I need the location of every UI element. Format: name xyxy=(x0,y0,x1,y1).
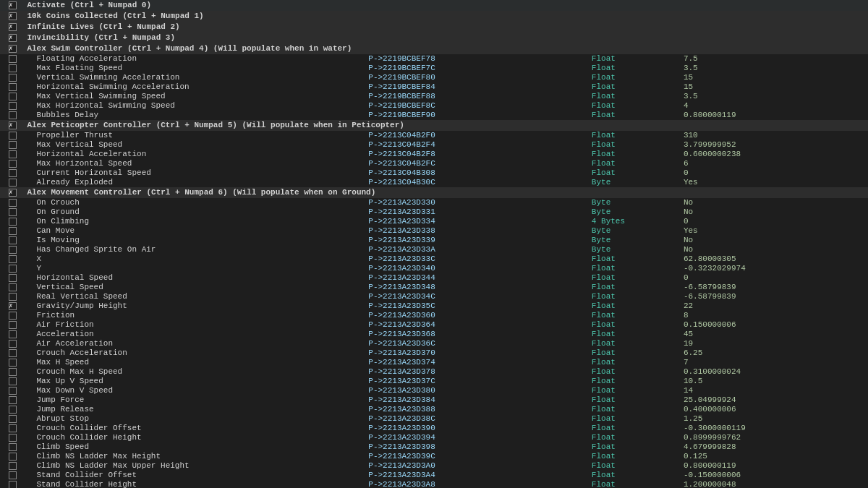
table-row[interactable]: Stand Collider Height P->2213A23D3A8 Flo… xyxy=(0,480,868,488)
checkbox-icon[interactable] xyxy=(9,64,17,72)
checkbox-icon[interactable] xyxy=(9,93,17,100)
table-row[interactable]: Max Horizontal Swimming Speed P->2219BCB… xyxy=(0,101,868,111)
table-row[interactable]: Climb NS Ladder Max Upper Height P->2213… xyxy=(0,461,868,471)
row-checkbox[interactable] xyxy=(0,178,25,187)
row-checkbox[interactable] xyxy=(0,198,25,207)
checkbox-icon[interactable] xyxy=(9,265,17,273)
checkbox-icon[interactable] xyxy=(9,141,17,149)
row-checkbox[interactable] xyxy=(0,120,25,131)
table-row[interactable]: Stand Collider Offset P->2213A23D3A4 Flo… xyxy=(0,471,868,480)
checkbox-icon[interactable] xyxy=(9,462,17,470)
row-checkbox[interactable] xyxy=(0,111,25,120)
row-checkbox[interactable] xyxy=(0,348,25,358)
table-row[interactable]: Crouch Collider Offset P->2213A23D390 Fl… xyxy=(0,424,868,433)
row-checkbox[interactable] xyxy=(0,207,25,217)
checkbox-icon[interactable] xyxy=(9,340,17,348)
row-checkbox[interactable] xyxy=(0,320,25,330)
checkbox-icon[interactable] xyxy=(9,434,17,442)
row-checkbox[interactable] xyxy=(0,395,25,405)
row-checkbox[interactable] xyxy=(0,264,25,273)
row-checkbox[interactable] xyxy=(0,187,25,198)
table-row[interactable]: Max Horizontal Speed P->2213C04B2FC Floa… xyxy=(0,159,868,168)
table-row[interactable]: Acceleration P->2213A23D368 Float 45 xyxy=(0,330,868,339)
checkbox-icon[interactable] xyxy=(9,302,17,310)
table-row[interactable]: Already Exploded P->2213C04B30C Byte Yes xyxy=(0,178,868,187)
checkbox-icon[interactable] xyxy=(9,312,17,320)
row-checkbox[interactable] xyxy=(0,140,25,150)
row-checkbox[interactable] xyxy=(0,386,25,395)
checkbox-icon[interactable] xyxy=(9,443,17,451)
checkbox-icon[interactable] xyxy=(9,23,17,31)
checkbox-icon[interactable] xyxy=(9,481,17,488)
table-row[interactable]: Floating Acceleration P->2219BCBEF78 Flo… xyxy=(0,54,868,64)
checkbox-icon[interactable] xyxy=(9,83,17,91)
checkbox-icon[interactable] xyxy=(9,274,17,282)
row-checkbox[interactable] xyxy=(0,150,25,159)
table-row[interactable]: Air Friction P->2213A23D364 Float 0.1500… xyxy=(0,320,868,330)
row-checkbox[interactable] xyxy=(0,226,25,236)
row-checkbox[interactable] xyxy=(0,301,25,311)
checkbox-icon[interactable] xyxy=(9,424,17,432)
checkbox-icon[interactable] xyxy=(9,377,17,385)
table-row[interactable]: Alex Movement Controller (Ctrl + Numpad … xyxy=(0,187,868,198)
checkbox-icon[interactable] xyxy=(9,169,17,177)
row-checkbox[interactable] xyxy=(0,471,25,480)
table-row[interactable]: On Ground P->2213A23D331 Byte No xyxy=(0,207,868,217)
table-row[interactable]: Max H Speed P->2213A23D374 Float 7 xyxy=(0,358,868,367)
checkbox-icon[interactable] xyxy=(9,121,17,129)
row-checkbox[interactable] xyxy=(0,0,25,11)
checkbox-icon[interactable] xyxy=(9,111,17,119)
table-row[interactable]: Vertical Speed P->2213A23D348 Float -6.5… xyxy=(0,283,868,292)
table-row[interactable]: Max Down V Speed P->2213A23D380 Float 14 xyxy=(0,386,868,395)
table-row[interactable]: Invincibility (Ctrl + Numpad 3) </td> xyxy=(0,33,868,43)
row-checkbox[interactable] xyxy=(0,442,25,452)
row-checkbox[interactable] xyxy=(0,433,25,442)
checkbox-icon[interactable] xyxy=(9,34,17,42)
table-row[interactable]: Current Horizontal Speed P->2213C04B308 … xyxy=(0,168,868,178)
row-checkbox[interactable] xyxy=(0,33,25,43)
table-row[interactable]: Bubbles Delay P->2219BCBEF90 Float 0.800… xyxy=(0,111,868,120)
table-row[interactable]: Max Floating Speed P->2219BCBEF7C Float … xyxy=(0,64,868,73)
row-checkbox[interactable] xyxy=(0,11,25,22)
row-checkbox[interactable] xyxy=(0,311,25,320)
checkbox-icon[interactable] xyxy=(9,236,17,244)
checkbox-icon[interactable] xyxy=(9,189,17,197)
table-row[interactable]: Real Vertical Speed P->2213A23D34C Float… xyxy=(0,292,868,301)
checkbox-icon[interactable] xyxy=(9,45,17,53)
row-checkbox[interactable] xyxy=(0,82,25,92)
checkbox-icon[interactable] xyxy=(9,396,17,404)
table-row[interactable]: Gravity/Jump Height P->2213A23D35C Float… xyxy=(0,301,868,311)
table-row[interactable]: On Climbing P->2213A23D334 4 Bytes 0 xyxy=(0,217,868,226)
row-checkbox[interactable] xyxy=(0,377,25,386)
checkbox-icon[interactable] xyxy=(9,74,17,82)
table-row[interactable]: Climb NS Ladder Max Height P->2213A23D39… xyxy=(0,452,868,461)
checkbox-icon[interactable] xyxy=(9,387,17,395)
checkbox-icon[interactable] xyxy=(9,179,17,187)
table-row[interactable]: Max Vertical Swimming Speed P->2219BCBEF… xyxy=(0,92,868,101)
table-row[interactable]: Activate (Ctrl + Numpad 0) </td> xyxy=(0,0,868,11)
row-checkbox[interactable] xyxy=(0,73,25,82)
row-checkbox[interactable] xyxy=(0,292,25,301)
table-row[interactable]: Has Changed Sprite On Air P->2213A23D33A… xyxy=(0,245,868,254)
table-row[interactable]: Horizontal Speed P->2213A23D344 Float 0 xyxy=(0,273,868,283)
checkbox-icon[interactable] xyxy=(9,359,17,367)
checkbox-icon[interactable] xyxy=(9,208,17,216)
checkbox-icon[interactable] xyxy=(9,368,17,376)
table-row[interactable]: Alex Peticopter Controller (Ctrl + Numpa… xyxy=(0,120,868,131)
checkbox-icon[interactable] xyxy=(9,406,17,414)
row-checkbox[interactable] xyxy=(0,236,25,245)
row-checkbox[interactable] xyxy=(0,480,25,488)
table-row[interactable]: Crouch Max H Speed P->2213A23D378 Float … xyxy=(0,367,868,377)
row-checkbox[interactable] xyxy=(0,245,25,254)
checkbox-icon[interactable] xyxy=(9,415,17,423)
row-checkbox[interactable] xyxy=(0,452,25,461)
table-row[interactable]: On Crouch P->2213A23D330 Byte No xyxy=(0,198,868,207)
table-row[interactable]: Infinite Lives (Ctrl + Numpad 2) </td> xyxy=(0,22,868,33)
checkbox-icon[interactable] xyxy=(9,255,17,263)
table-row[interactable]: Horizontal Swimming Acceleration P->2219… xyxy=(0,82,868,92)
row-checkbox[interactable] xyxy=(0,424,25,433)
table-row[interactable]: 10k Coins Collected (Ctrl + Numpad 1) </… xyxy=(0,11,868,22)
table-row[interactable]: Max Vertical Speed P->2213C04B2F4 Float … xyxy=(0,140,868,150)
table-row[interactable]: Is Moving P->2213A23D339 Byte No xyxy=(0,236,868,245)
row-checkbox[interactable] xyxy=(0,131,25,140)
